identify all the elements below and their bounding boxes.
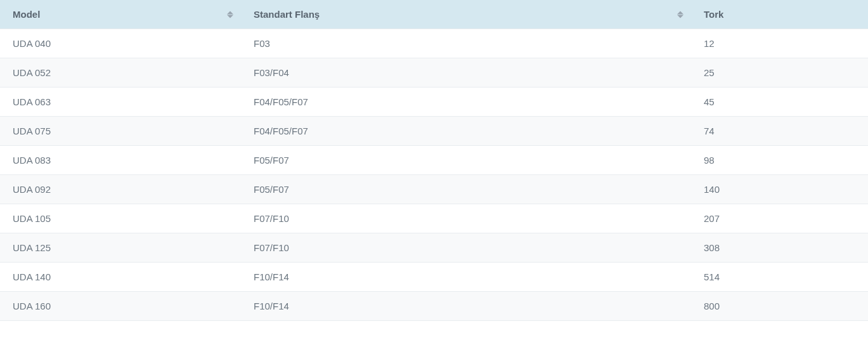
table-row: UDA 125F07/F10308 [0,233,868,263]
table-row: UDA 075F04/F05/F0774 [0,117,868,146]
cell-flange: F04/F05/F07 [241,117,691,146]
column-header-tork[interactable]: Tork [691,0,868,29]
table-row: UDA 092F05/F07140 [0,175,868,204]
cell-tork: 45 [691,88,868,117]
cell-model: UDA 125 [0,233,241,263]
sort-icon [227,11,233,18]
cell-model: UDA 063 [0,88,241,117]
table-row: UDA 040F0312 [0,29,868,58]
cell-model: UDA 040 [0,29,241,58]
header-label-flange: Standart Flanş [254,9,320,20]
cell-flange: F10/F14 [241,263,691,292]
table-row: UDA 052F03/F0425 [0,58,868,88]
table-row: UDA 105F07/F10207 [0,204,868,233]
cell-tork: 98 [691,146,868,175]
header-label-tork: Tork [704,9,723,20]
cell-flange: F07/F10 [241,204,691,233]
cell-model: UDA 160 [0,292,241,321]
cell-model: UDA 075 [0,117,241,146]
cell-tork: 308 [691,233,868,263]
table-row: UDA 063F04/F05/F0745 [0,88,868,117]
cell-tork: 140 [691,175,868,204]
header-label-model: Model [13,9,40,20]
table-header-row: Model Standart Flanş Tork [0,0,868,29]
cell-flange: F05/F07 [241,175,691,204]
cell-tork: 12 [691,29,868,58]
table-row: UDA 140F10/F14514 [0,263,868,292]
cell-tork: 25 [691,58,868,88]
cell-model: UDA 083 [0,146,241,175]
cell-model: UDA 140 [0,263,241,292]
cell-tork: 800 [691,292,868,321]
cell-flange: F03/F04 [241,58,691,88]
table-body: UDA 040F0312UDA 052F03/F0425UDA 063F04/F… [0,29,868,321]
cell-tork: 207 [691,204,868,233]
cell-model: UDA 105 [0,204,241,233]
cell-flange: F10/F14 [241,292,691,321]
cell-model: UDA 092 [0,175,241,204]
table-row: UDA 083F05/F0798 [0,146,868,175]
cell-flange: F04/F05/F07 [241,88,691,117]
cell-flange: F03 [241,29,691,58]
cell-flange: F05/F07 [241,146,691,175]
cell-tork: 514 [691,263,868,292]
sort-icon [677,11,683,18]
cell-model: UDA 052 [0,58,241,88]
table-row: UDA 160F10/F14800 [0,292,868,321]
cell-flange: F07/F10 [241,233,691,263]
column-header-flange[interactable]: Standart Flanş [241,0,691,29]
column-header-model[interactable]: Model [0,0,241,29]
cell-tork: 74 [691,117,868,146]
data-table: Model Standart Flanş Tork UDA 040F0312UD… [0,0,868,321]
